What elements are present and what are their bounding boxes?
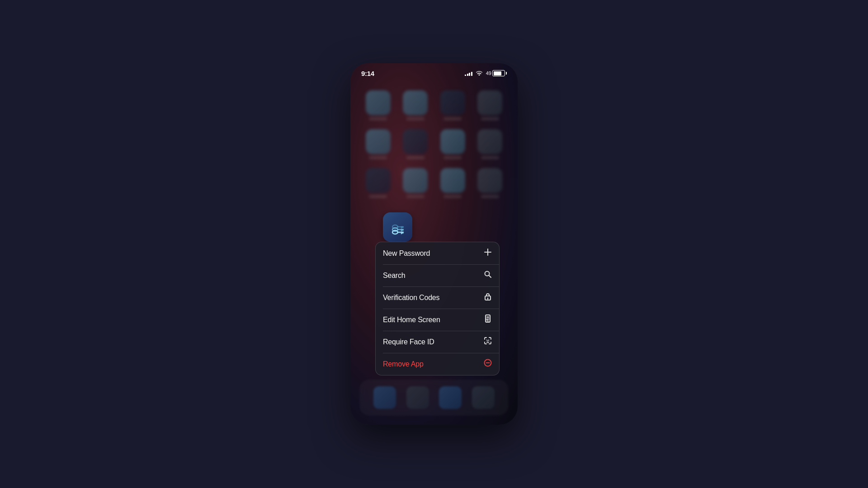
face-id-icon xyxy=(484,337,492,347)
phone-screen: 9:14 49 xyxy=(350,63,518,425)
plus-icon xyxy=(484,248,492,258)
svg-point-8 xyxy=(392,230,398,234)
menu-item-search[interactable]: Search xyxy=(376,264,499,286)
svg-line-15 xyxy=(489,276,491,278)
menu-item-require-face-id[interactable]: Require Face ID xyxy=(376,331,499,353)
wifi-icon xyxy=(476,70,483,77)
menu-item-edit-home-screen[interactable]: Edit Home Screen xyxy=(376,309,499,331)
menu-item-remove-app[interactable]: Remove App xyxy=(376,353,499,375)
signal-icon xyxy=(465,70,472,76)
status-bar: 9:14 49 xyxy=(350,63,518,83)
require-face-id-label: Require Face ID xyxy=(383,338,434,346)
battery-percent: 49 xyxy=(486,70,491,76)
battery-icon: 49 xyxy=(486,70,507,76)
passwords-app-icon[interactable] xyxy=(383,212,412,242)
context-menu: New Password Search Verification Codes xyxy=(375,242,500,375)
search-icon xyxy=(484,270,492,281)
search-label: Search xyxy=(383,272,406,280)
status-time: 9:14 xyxy=(361,70,374,77)
svg-rect-21 xyxy=(486,316,489,318)
edit-home-screen-label: Edit Home Screen xyxy=(383,316,440,324)
phone-edit-icon xyxy=(484,314,492,325)
verification-codes-label: Verification Codes xyxy=(383,294,439,302)
menu-item-new-password[interactable]: New Password xyxy=(376,242,499,264)
minus-circle-icon xyxy=(484,359,492,369)
status-icons: 49 xyxy=(465,70,507,77)
new-password-label: New Password xyxy=(383,249,430,258)
lock-code-icon xyxy=(484,292,492,303)
remove-app-label: Remove App xyxy=(383,360,424,368)
menu-item-verification-codes[interactable]: Verification Codes xyxy=(376,286,499,309)
